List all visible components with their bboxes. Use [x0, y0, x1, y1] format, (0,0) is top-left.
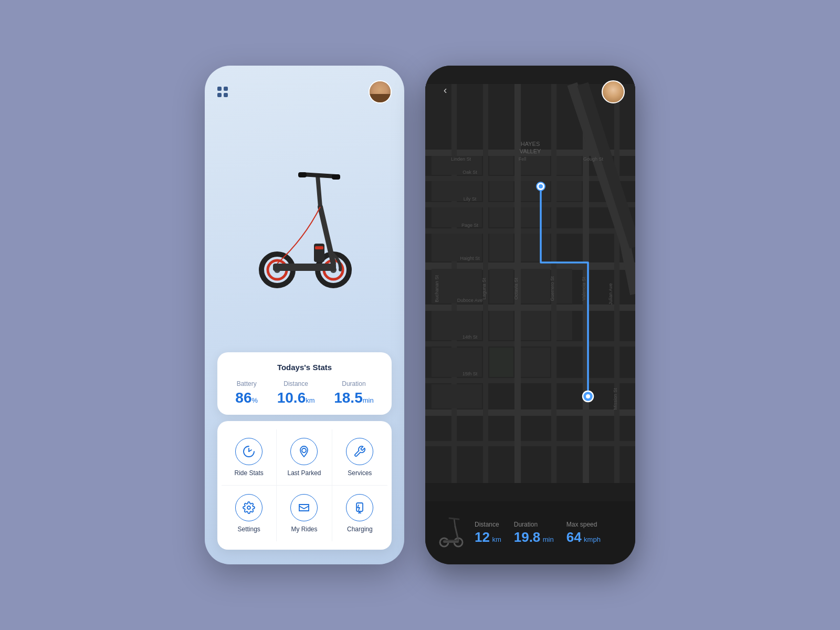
svg-marker-16	[299, 505, 309, 511]
bottom-distance-stat: Distance 12 km	[475, 521, 501, 545]
scooter-image-area	[217, 103, 392, 352]
svg-point-14	[302, 448, 306, 453]
services-label: Services	[348, 469, 372, 477]
map-header: ‹	[425, 66, 635, 103]
svg-rect-57	[489, 311, 513, 340]
stats-card: Todays's Stats Battery 86% Distance 10.6…	[217, 352, 392, 415]
svg-rect-49	[521, 234, 550, 261]
svg-rect-44	[489, 207, 513, 227]
svg-rect-47	[521, 181, 550, 201]
svg-text:Guerrero St: Guerrero St	[550, 276, 555, 301]
svg-text:15th St: 15th St	[463, 371, 478, 376]
charging-icon	[346, 494, 373, 521]
svg-line-92	[449, 518, 459, 519]
svg-rect-60	[521, 311, 550, 340]
svg-rect-51	[556, 181, 582, 201]
my-rides-label: My Rides	[291, 526, 317, 533]
svg-rect-45	[489, 234, 513, 261]
svg-rect-6	[273, 264, 336, 271]
svg-line-9	[302, 174, 336, 176]
my-rides-icon	[290, 494, 318, 521]
svg-point-86	[586, 394, 590, 398]
svg-rect-61	[521, 348, 550, 377]
svg-rect-37	[614, 84, 620, 483]
right-phone: ‹	[425, 66, 635, 564]
svg-text:Julian Ave: Julian Ave	[608, 284, 613, 305]
svg-text:Oak St: Oak St	[463, 170, 477, 175]
menu-item-my-rides[interactable]: My Rides	[277, 486, 332, 541]
svg-rect-10	[298, 172, 307, 177]
svg-rect-62	[556, 269, 572, 303]
svg-point-84	[539, 184, 543, 188]
svg-point-15	[247, 506, 250, 509]
left-phone: Todays's Stats Battery 86% Distance 10.6…	[205, 66, 404, 564]
svg-text:HAYES: HAYES	[521, 141, 540, 147]
menu-grid: Ride Stats Last Parked	[217, 421, 392, 550]
svg-text:Buchanan St: Buchanan St	[434, 275, 439, 302]
svg-rect-58	[489, 348, 513, 377]
svg-line-91	[454, 519, 455, 527]
svg-text:Lily St: Lily St	[464, 196, 477, 202]
svg-rect-55	[432, 384, 482, 408]
svg-rect-42	[489, 156, 513, 175]
scooter-image	[252, 165, 357, 291]
back-button[interactable]: ‹	[436, 80, 455, 99]
svg-text:VALLEY: VALLEY	[520, 148, 541, 154]
menu-item-settings[interactable]: Settings	[222, 486, 277, 541]
distance-stat: Distance 10.6km	[277, 380, 315, 406]
duration-stat: Duration 18.5min	[334, 380, 373, 406]
svg-text:Mission St: Mission St	[613, 388, 618, 410]
svg-rect-13	[315, 246, 323, 249]
last-parked-label: Last Parked	[287, 469, 321, 477]
settings-label: Settings	[237, 526, 260, 533]
grid-menu-icon[interactable]	[217, 87, 228, 97]
services-icon	[346, 438, 373, 465]
user-avatar[interactable]	[369, 80, 392, 103]
menu-item-last-parked[interactable]: Last Parked	[277, 429, 332, 486]
bottom-distance-label: Distance	[475, 521, 501, 528]
svg-text:Laguna St: Laguna St	[481, 278, 487, 300]
battery-label: Battery	[235, 380, 258, 387]
bottom-duration-value: 19.8 min	[514, 529, 554, 545]
distance-label: Distance	[277, 380, 315, 387]
menu-item-ride-stats[interactable]: Ride Stats	[222, 429, 277, 486]
ride-stats-label: Ride Stats	[234, 469, 263, 477]
bottom-duration-stat: Duration 19.8 min	[514, 521, 554, 545]
svg-rect-11	[332, 174, 340, 180]
duration-value: 18.5min	[334, 390, 373, 406]
svg-text:Page St: Page St	[461, 223, 479, 228]
svg-text:14th St: 14th St	[463, 334, 478, 340]
duration-label: Duration	[334, 380, 373, 387]
bottom-stats-row: Distance 12 km Duration 19.8 min Max spe…	[475, 521, 623, 545]
svg-rect-43	[489, 181, 513, 201]
svg-rect-59	[521, 269, 550, 303]
svg-rect-56	[489, 269, 513, 303]
svg-rect-50	[556, 156, 582, 175]
bottom-maxspeed-value: 64 kmph	[566, 529, 601, 545]
menu-item-services[interactable]: Services	[332, 429, 387, 486]
svg-text:Gough St: Gough St	[583, 156, 604, 162]
battery-stat: Battery 86%	[235, 380, 258, 406]
svg-text:Fell: Fell	[519, 156, 527, 162]
ride-stats-icon	[235, 438, 262, 465]
menu-item-charging[interactable]: Charging	[332, 486, 387, 541]
bottom-stats-panel: Distance 12 km Duration 19.8 min Max spe…	[425, 501, 635, 564]
map-area: ‹	[425, 66, 635, 501]
bottom-distance-value: 12 km	[475, 529, 501, 545]
map-svg: HAYES VALLEY Oak St Lily St Page St Haig…	[425, 66, 635, 501]
bottom-maxspeed-label: Max speed	[566, 521, 601, 528]
svg-text:Linden St: Linden St	[451, 156, 471, 162]
battery-value: 86%	[235, 390, 258, 406]
svg-rect-48	[521, 207, 550, 227]
bottom-duration-label: Duration	[514, 521, 554, 528]
last-parked-icon	[290, 438, 318, 465]
svg-rect-63	[556, 311, 572, 340]
charging-label: Charging	[347, 526, 373, 533]
settings-icon	[235, 494, 262, 521]
svg-text:Haight St: Haight St	[460, 256, 480, 261]
svg-text:Valencia St: Valencia St	[581, 277, 586, 300]
svg-line-8	[318, 175, 320, 207]
distance-value: 10.6km	[277, 390, 315, 406]
left-header	[217, 80, 392, 103]
map-user-avatar[interactable]	[602, 80, 625, 103]
